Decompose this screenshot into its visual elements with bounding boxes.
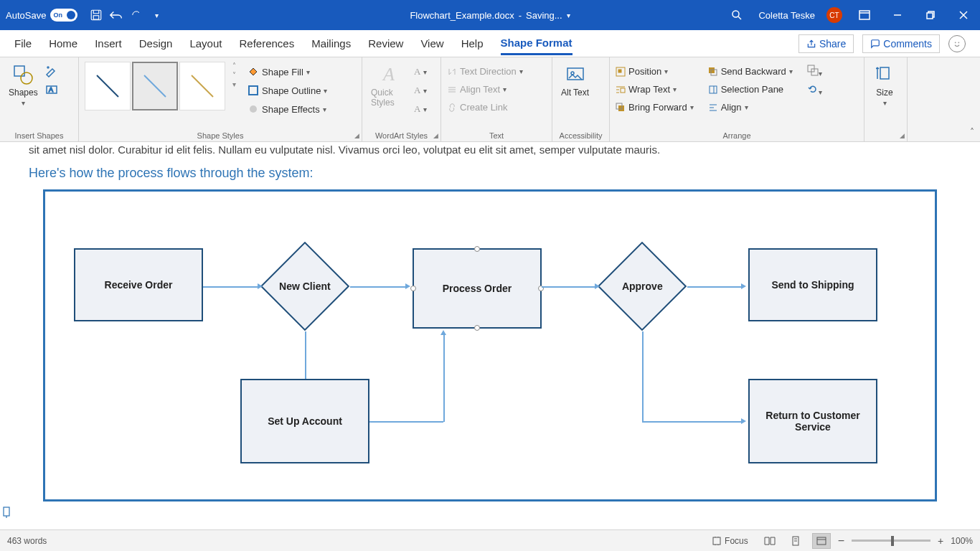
svg-point-2 [732,11,739,17]
align-button[interactable]: Align▾ [708,100,793,114]
user-name[interactable]: Coletta Teske [758,10,815,21]
gallery-more[interactable]: ▾ [232,80,236,88]
position-button[interactable]: Position▾ [616,65,694,78]
minimize-icon[interactable] [887,4,908,26]
undo-icon[interactable] [106,5,126,25]
share-button[interactable]: Share [798,34,854,53]
group-shape-styles: Shape Styles [85,129,356,140]
comments-button[interactable]: Comments [862,34,940,53]
resize-handle[interactable] [474,325,480,331]
tab-shape-format[interactable]: Shape Format [501,32,573,55]
shape-effects-button[interactable]: Shape Effects▾ [248,102,327,116]
focus-mode-button[interactable]: Focus [707,533,753,549]
connector[interactable] [642,331,644,422]
autosave-toggle[interactable]: On [50,9,77,22]
connector[interactable] [443,334,445,422]
svg-rect-50 [817,537,826,545]
feedback-icon[interactable] [948,35,966,52]
word-count[interactable]: 463 words [7,536,47,546]
edit-shape-icon[interactable] [45,65,58,80]
tab-home[interactable]: Home [49,33,77,54]
zoom-level[interactable]: 100% [951,536,973,546]
tab-design[interactable]: Design [139,33,173,54]
status-bar: 463 words Focus − + 100% [0,529,980,551]
flowchart-box-receive[interactable]: Receive Order [74,248,203,321]
text-effects-button[interactable]: A▾ [414,102,427,116]
connector[interactable] [642,421,743,423]
flowchart-box-shipping[interactable]: Send to Shipping [748,248,877,321]
tab-insert[interactable]: Insert [95,33,122,54]
flowchart-box-setup[interactable]: Set Up Account [240,379,369,463]
svg-rect-31 [621,88,625,93]
connector[interactable] [305,331,306,379]
shape-outline-button[interactable]: Shape Outline▾ [248,83,327,98]
tab-review[interactable]: Review [368,33,403,54]
connector[interactable] [542,286,598,288]
connector[interactable] [350,286,407,288]
web-layout-icon[interactable] [812,533,831,549]
quick-styles-button[interactable]: A Quick Styles [368,62,410,109]
shape-fill-button[interactable]: Shape Fill▾ [248,65,327,79]
resize-handle[interactable] [410,286,416,291]
group-accessibility: Accessibility [558,129,603,140]
group-arrange: Arrange [616,129,858,140]
zoom-out-button[interactable]: − [838,534,844,547]
svg-rect-45 [4,507,9,516]
print-layout-icon[interactable] [786,533,805,549]
ribbon: Shapes ▾ A Insert Shapes ˄ ˅ ▾ [0,57,980,142]
title-dropdown-icon[interactable]: ▾ [567,11,570,19]
dialog-launcher-icon[interactable]: ◢ [354,132,359,139]
alt-text-button[interactable]: Alt Text [558,62,592,99]
send-backward-button[interactable]: Send Backward▾ [708,65,793,78]
collapse-ribbon-icon[interactable]: ˄ [970,127,974,137]
text-outline-button[interactable]: A▾ [414,83,427,98]
redo-icon[interactable] [126,5,146,25]
tab-layout[interactable]: Layout [189,33,222,54]
shapes-button[interactable]: Shapes ▾ [6,62,41,108]
create-link-button[interactable]: Create Link [447,100,507,114]
connector[interactable] [369,421,443,423]
flowchart-box-process[interactable]: Process Order [413,248,542,329]
close-icon[interactable] [953,4,974,26]
size-button[interactable]: Size ▾ [870,62,899,108]
connector[interactable] [687,286,743,288]
zoom-in-button[interactable]: + [938,535,943,547]
qat-dropdown-icon[interactable]: ▾ [146,5,166,25]
dialog-launcher-icon[interactable]: ◢ [900,132,905,139]
side-panel-handle[interactable] [1,507,13,519]
text-box-icon[interactable]: A [45,83,58,99]
gallery-row-down[interactable]: ˅ [232,71,236,79]
drawing-canvas[interactable]: Receive Order New Client Process Order A… [43,189,937,501]
bring-forward-button[interactable]: Bring Forward▾ [616,100,694,114]
connector[interactable] [203,286,260,288]
zoom-slider[interactable] [852,540,930,542]
ribbon-display-icon[interactable] [854,4,875,26]
wrap-text-button[interactable]: Wrap Text▾ [616,83,694,96]
text-direction-button[interactable]: Text Direction▾ [447,65,523,78]
read-mode-icon[interactable] [760,533,779,549]
svg-rect-46 [713,537,720,545]
resize-handle[interactable] [474,246,480,252]
tab-references[interactable]: References [239,33,294,54]
maximize-icon[interactable] [920,4,941,26]
dialog-launcher-icon[interactable]: ◢ [433,132,438,139]
tab-file[interactable]: File [14,33,32,54]
svg-point-13 [21,72,32,84]
tab-help[interactable]: Help [461,33,484,54]
flowchart-box-return[interactable]: Return to Customer Service [748,379,877,463]
save-icon[interactable] [86,5,106,25]
group-button[interactable]: ▾ [807,65,822,79]
align-text-button[interactable]: Align Text▾ [447,83,507,96]
shape-style-gallery[interactable] [85,62,225,110]
flowchart-decision-new-client[interactable]: New Client [260,242,349,331]
flowchart-decision-approve[interactable]: Approve [598,242,687,331]
avatar[interactable]: CT [826,7,842,23]
svg-rect-4 [859,11,870,19]
text-fill-button[interactable]: A▾ [414,65,427,79]
tab-view[interactable]: View [420,33,443,54]
rotate-button[interactable]: ▾ [807,83,822,98]
selection-pane-button[interactable]: Selection Pane [708,83,793,96]
gallery-row-up[interactable]: ˄ [232,62,236,70]
search-icon[interactable] [727,5,747,25]
tab-mailings[interactable]: Mailings [311,33,351,54]
